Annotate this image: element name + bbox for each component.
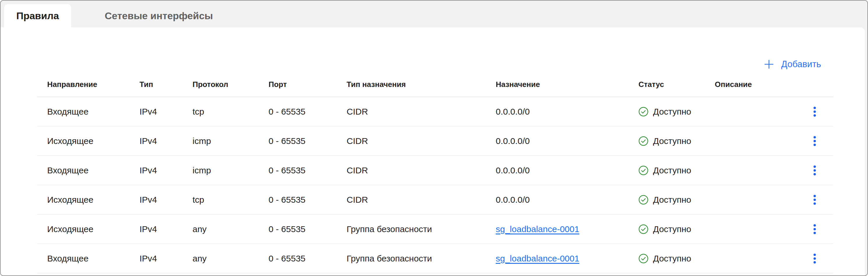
cell-port: 0 - 65535	[269, 214, 347, 244]
destination-value: 0.0.0.0/0	[496, 136, 530, 146]
column-header-destination: Назначение	[496, 72, 639, 97]
tab-network-interfaces[interactable]: Сетевые интерфейсы	[87, 4, 230, 27]
kebab-icon	[813, 165, 816, 176]
cell-dest-type: CIDR	[347, 126, 496, 156]
cell-type: IPv4	[140, 126, 192, 156]
status-ok-icon	[639, 166, 648, 175]
cell-description	[715, 244, 796, 273]
security-group-link[interactable]: sg_loadbalance-0001	[496, 253, 579, 263]
cell-description	[715, 126, 796, 156]
cell-dest-type: CIDR	[347, 185, 496, 214]
table-row: Исходящее IPv4 icmp 0 - 65535 CIDR 0.0.0…	[37, 126, 833, 156]
tab-network-interfaces-label: Сетевые интерфейсы	[104, 10, 213, 22]
cell-description	[715, 214, 796, 244]
cell-protocol: icmp	[192, 156, 269, 185]
column-header-status: Статус	[639, 72, 715, 97]
column-header-port: Порт	[269, 72, 347, 97]
kebab-icon	[813, 194, 816, 205]
cell-protocol: any	[192, 214, 269, 244]
cell-protocol: icmp	[192, 126, 269, 156]
cell-dest-type: Группа безопасности	[347, 244, 496, 273]
cell-dest-type: Группа безопасности	[347, 214, 496, 244]
content-panel: Добавить Направление Тип Протокол Порт Т…	[1, 27, 865, 276]
cell-port: 0 - 65535	[269, 126, 347, 156]
rules-table: Направление Тип Протокол Порт Тип назнач…	[37, 72, 833, 273]
cell-port: 0 - 65535	[269, 97, 347, 126]
status-ok-icon	[639, 253, 648, 264]
kebab-icon	[813, 136, 816, 146]
status-ok-icon	[639, 224, 648, 234]
destination-value: 0.0.0.0/0	[496, 166, 530, 175]
cell-actions	[796, 156, 833, 185]
cell-status: Доступно	[639, 97, 715, 126]
status-label: Доступно	[653, 253, 691, 264]
cell-type: IPv4	[140, 244, 192, 273]
column-header-actions	[796, 72, 833, 97]
status-label: Доступно	[653, 107, 691, 116]
column-header-type: Тип	[140, 72, 192, 97]
security-group-panel: Правила Сетевые интерфейсы Добавить	[0, 0, 868, 276]
add-button[interactable]: Добавить	[764, 57, 821, 72]
column-header-direction: Направление	[37, 72, 140, 97]
cell-type: IPv4	[140, 214, 192, 244]
row-menu-button[interactable]	[809, 193, 820, 207]
cell-actions	[796, 244, 833, 273]
cell-actions	[796, 214, 833, 244]
cell-status: Доступно	[639, 126, 715, 156]
tab-bar: Правила Сетевые интерфейсы	[1, 1, 867, 27]
cell-dest-type: CIDR	[347, 97, 496, 126]
cell-direction: Входящее	[37, 244, 140, 273]
cell-destination: 0.0.0.0/0	[496, 126, 639, 156]
row-menu-button[interactable]	[809, 163, 820, 178]
row-menu-button[interactable]	[809, 222, 820, 236]
column-header-description: Описание	[715, 72, 796, 97]
destination-value: 0.0.0.0/0	[496, 195, 530, 204]
status-label: Доступно	[653, 224, 691, 234]
cell-protocol: any	[192, 244, 269, 273]
cell-dest-type: CIDR	[347, 156, 496, 185]
table-row: Входящее IPv4 icmp 0 - 65535 CIDR 0.0.0.…	[37, 156, 833, 185]
cell-type: IPv4	[140, 156, 192, 185]
row-menu-button[interactable]	[809, 251, 820, 266]
cell-direction: Входящее	[37, 97, 140, 126]
status-label: Доступно	[653, 195, 691, 205]
cell-description	[715, 156, 796, 185]
status-ok-icon	[639, 136, 648, 146]
cell-direction: Исходящее	[37, 126, 140, 156]
tab-rules[interactable]: Правила	[4, 4, 71, 27]
table-row: Входящее IPv4 tcp 0 - 65535 CIDR 0.0.0.0…	[37, 97, 833, 126]
cell-port: 0 - 65535	[269, 156, 347, 185]
table-header-row: Направление Тип Протокол Порт Тип назнач…	[37, 72, 833, 97]
row-menu-button[interactable]	[809, 104, 820, 119]
add-button-label: Добавить	[781, 59, 821, 70]
kebab-icon	[813, 223, 816, 235]
kebab-icon	[813, 106, 816, 117]
cell-actions	[796, 185, 833, 214]
status-ok-icon	[639, 195, 648, 205]
cell-destination: 0.0.0.0/0	[496, 156, 639, 185]
cell-status: Доступно	[639, 156, 715, 185]
cell-type: IPv4	[140, 185, 192, 214]
destination-value: 0.0.0.0/0	[496, 107, 530, 116]
tab-rules-label: Правила	[16, 10, 59, 22]
cell-status: Доступно	[639, 244, 715, 273]
cell-protocol: tcp	[192, 185, 269, 214]
toolbar: Добавить	[1, 27, 865, 72]
security-group-link[interactable]: sg_loadbalance-0001	[496, 224, 579, 234]
cell-port: 0 - 65535	[269, 244, 347, 273]
content-wrap: Добавить Направление Тип Протокол Порт Т…	[1, 27, 867, 276]
status-ok-icon	[639, 107, 648, 116]
cell-destination: sg_loadbalance-0001	[496, 214, 639, 244]
cell-protocol: tcp	[192, 97, 269, 126]
cell-direction: Исходящее	[37, 214, 140, 244]
table-row: Исходящее IPv4 tcp 0 - 65535 CIDR 0.0.0.…	[37, 185, 833, 214]
cell-status: Доступно	[639, 214, 715, 244]
column-header-dest-type: Тип назначения	[347, 72, 496, 97]
cell-description	[715, 97, 796, 126]
row-menu-button[interactable]	[809, 134, 820, 148]
table-row: Входящее IPv4 any 0 - 65535 Группа безоп…	[37, 244, 833, 273]
cell-actions	[796, 126, 833, 156]
cell-actions	[796, 97, 833, 126]
cell-destination: 0.0.0.0/0	[496, 97, 639, 126]
kebab-icon	[813, 253, 816, 264]
